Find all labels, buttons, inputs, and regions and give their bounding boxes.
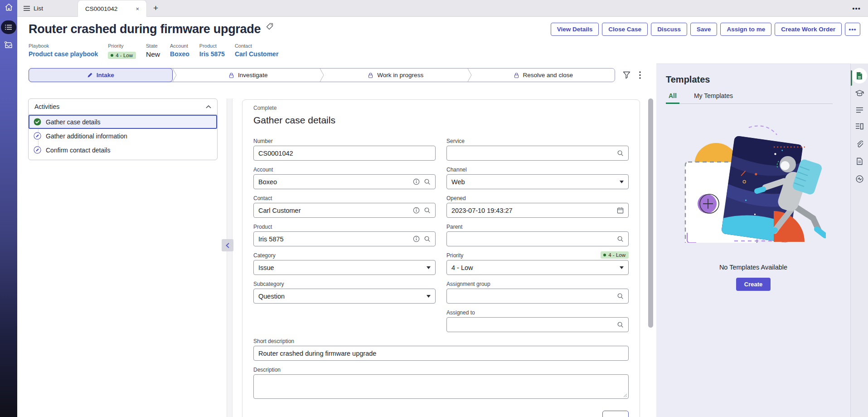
left-nav-rail xyxy=(0,0,17,417)
inbox-icon[interactable] xyxy=(0,41,17,49)
scrollbar-thumb[interactable] xyxy=(648,98,653,328)
field-label: Assigned to xyxy=(446,309,475,316)
parent-input[interactable] xyxy=(451,235,613,243)
document-icon[interactable] xyxy=(856,157,863,165)
stage-work-in-progress[interactable]: Work in progress xyxy=(324,69,467,82)
opened-input[interactable] xyxy=(451,207,613,214)
info-icon[interactable] xyxy=(413,178,420,185)
search-icon[interactable] xyxy=(617,235,624,242)
activity-confirm-contact-details[interactable]: Confirm contact details xyxy=(29,143,217,157)
view-details-button[interactable]: View Details xyxy=(551,23,599,36)
kebab-menu-icon[interactable] xyxy=(638,70,642,80)
product-input[interactable] xyxy=(258,235,409,243)
assignment-group-input[interactable] xyxy=(451,293,613,300)
product-link[interactable]: Iris 5875 xyxy=(199,50,225,58)
tabbar-overflow-icon[interactable]: ••• xyxy=(845,0,868,16)
active-rail-indicator xyxy=(851,70,852,86)
account-input[interactable] xyxy=(258,178,409,186)
tab-list-label: List xyxy=(34,5,43,12)
field-label: Parent xyxy=(446,224,462,230)
meta-label: Playbook xyxy=(29,43,98,49)
caret-down-icon xyxy=(620,266,624,269)
search-icon[interactable] xyxy=(617,321,624,328)
search-icon[interactable] xyxy=(424,207,431,214)
caret-down-icon xyxy=(427,295,431,298)
tab-close-icon[interactable]: × xyxy=(134,5,141,13)
home-icon[interactable] xyxy=(0,3,17,11)
list-menu-icon[interactable] xyxy=(1,20,16,34)
meta-label: Contact xyxy=(235,43,278,49)
vertical-scrollbar[interactable] xyxy=(648,83,654,414)
activities-header[interactable]: Activities xyxy=(29,99,217,115)
field-account: Account xyxy=(253,166,436,189)
stage-separator xyxy=(172,69,177,82)
number-input[interactable] xyxy=(258,150,431,157)
tab-case[interactable]: CS0001042 × xyxy=(78,0,147,17)
complete-activity-button[interactable] xyxy=(602,411,629,417)
chevron-up-icon[interactable] xyxy=(206,105,211,108)
contact-link[interactable]: Carl Customer xyxy=(235,50,278,58)
category-select[interactable]: Issue xyxy=(253,260,436,275)
templates-doc-icon[interactable] xyxy=(852,68,867,83)
meta-playbook: Playbook Product case playbook xyxy=(29,43,98,59)
assigned-to-input[interactable] xyxy=(451,321,613,329)
empty-state-text: No Templates Available xyxy=(656,264,850,271)
more-actions-button[interactable]: ••• xyxy=(845,23,860,36)
tag-icon[interactable] xyxy=(266,23,273,32)
activity-gather-case-details[interactable]: Gather case details xyxy=(29,115,217,129)
templates-panel: Templates All My Templates xyxy=(656,64,850,417)
info-icon[interactable] xyxy=(413,207,420,214)
meta-account: Account Boxeo xyxy=(170,43,189,59)
stage-intake[interactable]: Intake xyxy=(29,68,173,82)
close-case-button[interactable]: Close Case xyxy=(602,23,648,36)
activity-status: Complete xyxy=(253,105,629,111)
paperclip-icon[interactable] xyxy=(856,140,863,147)
save-button[interactable]: Save xyxy=(690,23,718,36)
subcategory-select[interactable]: Question xyxy=(253,289,436,304)
filter-icon[interactable] xyxy=(622,70,631,80)
search-icon[interactable] xyxy=(617,293,624,299)
activity-icon[interactable] xyxy=(856,175,863,183)
meta-contact: Contact Carl Customer xyxy=(235,43,278,59)
empty-state-illustration xyxy=(681,121,826,243)
priority-select[interactable]: 4 - Low xyxy=(446,260,629,275)
panel-divider[interactable] xyxy=(227,98,233,417)
contact-input[interactable] xyxy=(258,207,409,214)
service-input[interactable] xyxy=(451,150,613,157)
tab-all[interactable]: All xyxy=(666,92,679,104)
info-icon[interactable] xyxy=(413,235,420,242)
create-template-button[interactable]: Create xyxy=(736,278,771,291)
list-icon[interactable] xyxy=(856,107,863,113)
channel-select[interactable]: Web xyxy=(446,174,629,189)
discuss-button[interactable]: Discuss xyxy=(651,23,687,36)
stage-row: Intake Investigate Work in progress Reso… xyxy=(29,68,642,82)
field-label: Assignment group xyxy=(446,281,490,287)
collapse-panel-handle[interactable] xyxy=(222,239,233,251)
calendar-icon[interactable] xyxy=(617,207,624,214)
meta-label: State xyxy=(146,43,160,49)
create-work-order-button[interactable]: Create Work Order xyxy=(775,23,842,36)
lock-icon xyxy=(368,72,373,78)
account-link[interactable]: Boxeo xyxy=(170,50,189,58)
playbook-link[interactable]: Product case playbook xyxy=(29,50,98,58)
chevron-left-icon xyxy=(226,243,229,248)
short-description-input[interactable] xyxy=(258,350,624,357)
tab-my-templates[interactable]: My Templates xyxy=(691,92,736,104)
panel-layout-icon[interactable] xyxy=(855,123,863,130)
assign-to-me-button[interactable]: Assign to me xyxy=(720,23,771,36)
new-tab-button[interactable]: + xyxy=(147,0,165,16)
search-icon[interactable] xyxy=(424,178,431,185)
stage-resolve-and-close[interactable]: Resolve and close xyxy=(472,69,615,82)
resize-handle-icon[interactable] xyxy=(623,393,627,397)
graduation-cap-icon[interactable] xyxy=(855,90,864,97)
search-icon[interactable] xyxy=(617,150,624,157)
activity-gather-additional-information[interactable]: Gather additional information xyxy=(29,129,217,143)
stage-investigate[interactable]: Investigate xyxy=(177,69,320,82)
page-title: Router crashed during firmware upgrade xyxy=(29,22,261,36)
search-icon[interactable] xyxy=(424,235,431,242)
description-textarea[interactable] xyxy=(258,375,624,398)
check-circle-icon xyxy=(34,118,41,126)
case-meta: Playbook Product case playbook Priority … xyxy=(29,43,278,59)
tab-list[interactable]: List xyxy=(17,0,51,16)
field-label: Category xyxy=(253,252,276,259)
